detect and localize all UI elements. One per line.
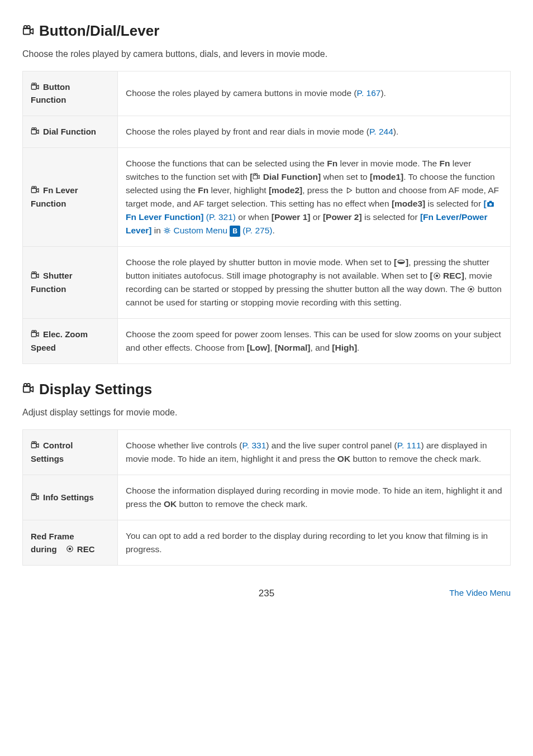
table-row: Dial Function Choose the roles played by… (23, 116, 511, 147)
gear-icon (163, 227, 171, 235)
row-label-red-frame: Red Frame during REC (23, 520, 118, 565)
page-ref-link[interactable]: P. 111 (397, 441, 421, 450)
page-ref-link[interactable]: P. 331 (242, 441, 266, 450)
label-text: Info Settings (43, 491, 94, 504)
options-table-1: Button Function Choose the roles played … (22, 71, 511, 364)
movie-icon (31, 441, 40, 450)
section-title-text: Button/Dial/Lever (39, 22, 159, 40)
label-text: Settings (31, 452, 64, 465)
row-desc-red-frame: You can opt to add a red border to the d… (118, 520, 511, 565)
row-label-dial-function: Dial Function (23, 116, 118, 147)
row-label-elec-zoom: Elec. Zoom Speed (23, 318, 118, 363)
record-dot-icon (66, 545, 74, 553)
label-text: Button (43, 80, 70, 93)
right-triangle-icon (345, 186, 353, 194)
movie-icon (31, 186, 40, 195)
label-text: Shutter (43, 269, 73, 282)
label-text: Red Frame (31, 530, 74, 543)
table-row: Fn Lever Function Choose the functions t… (23, 147, 511, 246)
table-row: Control Settings Choose whether live con… (23, 429, 511, 475)
movie-icon (253, 173, 260, 181)
label-text: REC (77, 543, 95, 556)
label-text: Speed (31, 341, 56, 354)
movie-icon (22, 25, 35, 37)
row-desc-fn-lever: Choose the functions that can be selecte… (118, 147, 511, 246)
table-row: Info Settings Choose the information dis… (23, 475, 511, 520)
section-title-display-settings: Display Settings (22, 381, 511, 398)
record-dot-icon (433, 272, 441, 280)
table-row: Elec. Zoom Speed Choose the zoom speed f… (23, 318, 511, 363)
camera-icon (487, 200, 494, 208)
movie-icon (31, 127, 40, 136)
page-ref-link[interactable]: P. 167 (357, 88, 381, 98)
half-press-icon (397, 257, 406, 266)
movie-icon (22, 383, 35, 395)
section-intro: Adjust display settings for movie mode. (22, 406, 511, 419)
row-desc-elec-zoom: Choose the zoom speed for power zoom len… (118, 318, 511, 363)
row-label-info-settings: Info Settings (23, 475, 118, 520)
movie-icon (31, 493, 40, 502)
menu-b-badge: B (230, 226, 240, 237)
page-number: 235 (259, 588, 274, 599)
row-desc-control-settings: Choose whether live controls (P. 331) an… (118, 429, 511, 475)
custom-menu-link[interactable]: Custom Menu B (P. 275) (163, 226, 272, 235)
row-label-fn-lever: Fn Lever Function (23, 147, 118, 246)
label-text: Function (31, 93, 66, 106)
label-text: Control (43, 439, 73, 452)
label-text: Dial Function (43, 125, 96, 138)
page-ref-link[interactable]: P. 244 (369, 127, 393, 136)
label-text: Fn Lever (43, 184, 78, 197)
row-label-button-function: Button Function (23, 71, 118, 116)
movie-icon (31, 330, 40, 339)
section-title-button-dial-lever: Button/Dial/Lever (22, 22, 511, 40)
page-footer: 235 The Video Menu (22, 588, 511, 601)
options-table-2: Control Settings Choose whether live con… (22, 429, 511, 566)
table-row: Shutter Function Choose the role played … (23, 246, 511, 318)
section-title-text: Display Settings (39, 381, 152, 398)
row-label-control-settings: Control Settings (23, 429, 118, 475)
label-text: during (31, 543, 57, 556)
table-row: Button Function Choose the roles played … (23, 71, 511, 116)
table-row: Red Frame during REC You can opt to add … (23, 520, 511, 565)
label-text: Elec. Zoom (43, 328, 88, 341)
record-dot-icon (467, 285, 475, 293)
movie-icon (31, 83, 40, 92)
movie-icon (31, 271, 40, 280)
breadcrumb-link[interactable]: The Video Menu (449, 588, 511, 597)
section-intro: Choose the roles played by camera button… (22, 47, 511, 61)
row-label-shutter: Shutter Function (23, 246, 118, 318)
label-text: Function (31, 283, 66, 295)
label-text: Function (31, 197, 66, 210)
row-desc-info-settings: Choose the information displayed during … (118, 475, 511, 520)
row-desc-shutter: Choose the role played by shutter button… (118, 246, 511, 318)
row-desc-dial-function: Choose the roles played by front and rea… (118, 116, 511, 147)
row-desc-button-function: Choose the roles played by camera button… (118, 71, 511, 116)
